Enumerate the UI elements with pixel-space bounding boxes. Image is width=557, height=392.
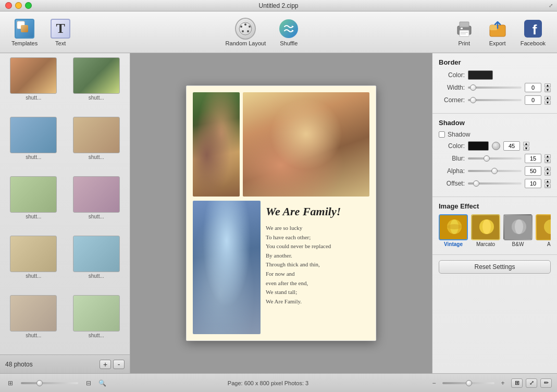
remove-photo-button[interactable]: - xyxy=(113,360,125,369)
card-photo-small[interactable] xyxy=(193,201,261,334)
list-item[interactable]: shutt... xyxy=(4,176,63,231)
shadow-opacity-value[interactable]: 45 xyxy=(503,141,520,151)
list-item[interactable]: shutt... xyxy=(67,117,126,172)
shadow-blur-thumb[interactable] xyxy=(484,155,490,162)
border-width-stepper[interactable]: ▲ ▼ xyxy=(544,83,551,92)
zoom-slider[interactable] xyxy=(442,382,494,384)
list-item[interactable]: shutt... xyxy=(4,236,63,291)
card-photo-right[interactable] xyxy=(243,92,369,197)
photo-thumbnail[interactable] xyxy=(73,295,120,332)
add-photo-button[interactable]: + xyxy=(100,360,111,369)
print-button[interactable]: Print xyxy=(448,16,481,48)
shadow-checkbox[interactable] xyxy=(439,131,445,138)
shadow-offset-value[interactable]: 10 xyxy=(525,179,541,188)
shadow-blur-slider[interactable] xyxy=(468,157,522,160)
strip-size-thumb[interactable] xyxy=(36,380,43,386)
shadow-checkbox-row[interactable]: Shadow xyxy=(439,131,551,138)
shadow-blur-stepper[interactable]: ▲ ▼ xyxy=(544,154,551,163)
effect-marcato[interactable]: Marcato xyxy=(471,214,500,247)
shadow-color-swatch[interactable] xyxy=(468,141,489,151)
maximize-button[interactable] xyxy=(25,2,32,9)
text-button[interactable]: T Text xyxy=(44,16,77,48)
effect-vintage-thumb[interactable] xyxy=(439,214,468,240)
poem-line-6: For now and xyxy=(266,271,295,277)
border-corner-value[interactable]: 0 xyxy=(525,95,541,105)
list-item[interactable]: shutt... xyxy=(67,176,126,231)
list-item[interactable]: shutt... xyxy=(67,236,126,291)
shadow-alpha-thumb[interactable] xyxy=(491,168,498,174)
border-corner-slider[interactable] xyxy=(468,99,522,101)
photo-thumbnail[interactable] xyxy=(73,117,120,153)
border-corner-up[interactable]: ▲ xyxy=(544,96,551,100)
shadow-alpha-down[interactable]: ▼ xyxy=(544,172,551,176)
effect-an-thumb[interactable] xyxy=(536,214,551,240)
minimize-button[interactable] xyxy=(15,2,22,9)
shadow-opacity-down[interactable]: ▼ xyxy=(523,146,529,151)
zoom-search-icon[interactable]: 🔍 xyxy=(97,378,107,388)
photo-thumbnail[interactable] xyxy=(10,295,57,332)
shadow-alpha-value[interactable]: 50 xyxy=(525,166,541,176)
shadow-opacity-stepper[interactable]: ▲ ▼ xyxy=(523,142,529,151)
zoom-plus-icon[interactable]: + xyxy=(498,378,508,388)
list-item[interactable]: shutt... xyxy=(67,295,126,350)
templates-button[interactable]: Templates xyxy=(5,16,44,48)
shadow-alpha-stepper[interactable]: ▲ ▼ xyxy=(544,167,551,176)
grid-small-icon[interactable]: ⊞ xyxy=(5,378,16,388)
shuffle-button[interactable]: Shuffle xyxy=(272,16,305,48)
effect-vintage[interactable]: Vintage xyxy=(439,214,468,247)
card-photo-left[interactable] xyxy=(193,92,240,197)
border-width-value[interactable]: 0 xyxy=(525,83,541,92)
zoom-minus-icon[interactable]: − xyxy=(429,378,439,388)
photo-thumbnail[interactable] xyxy=(10,57,57,94)
shadow-offset-up[interactable]: ▲ xyxy=(544,179,551,183)
photo-footer: 48 photos + - xyxy=(0,354,130,373)
shadow-blur-down[interactable]: ▼ xyxy=(544,159,551,163)
view-grid-button[interactable]: ⊞ xyxy=(511,378,523,388)
border-width-down[interactable]: ▼ xyxy=(544,88,551,92)
border-width-up[interactable]: ▲ xyxy=(544,83,551,88)
shadow-blur-value[interactable]: 15 xyxy=(525,154,541,163)
shadow-opacity-circle[interactable] xyxy=(492,142,500,150)
photo-thumbnail[interactable] xyxy=(73,57,120,94)
border-corner-stepper[interactable]: ▲ ▼ xyxy=(544,96,551,105)
shadow-opacity-up[interactable]: ▲ xyxy=(523,142,529,146)
list-item[interactable]: shutt... xyxy=(4,117,63,172)
random-layout-button[interactable]: Random Layout xyxy=(219,16,273,48)
shadow-blur-up[interactable]: ▲ xyxy=(544,154,551,158)
view-edit-button[interactable]: ✏ xyxy=(540,378,552,388)
shadow-offset-stepper[interactable]: ▲ ▼ xyxy=(544,179,551,188)
border-width-slider[interactable] xyxy=(468,87,522,89)
effect-marcato-thumb[interactable] xyxy=(471,214,500,240)
view-fullscreen-button[interactable]: ⤢ xyxy=(526,378,537,388)
border-corner-down[interactable]: ▼ xyxy=(544,101,551,105)
effect-bw-thumb[interactable] xyxy=(503,214,533,240)
shadow-alpha-slider[interactable] xyxy=(468,170,522,172)
photo-thumbnail[interactable] xyxy=(73,236,120,272)
strip-size-slider[interactable] xyxy=(21,382,78,384)
effect-bw[interactable]: B&W xyxy=(503,214,533,247)
border-color-swatch[interactable] xyxy=(468,70,493,80)
photo-thumbnail[interactable] xyxy=(10,117,57,153)
photo-thumbnail[interactable] xyxy=(10,176,57,213)
shadow-alpha-up[interactable]: ▲ xyxy=(544,167,551,171)
list-item[interactable]: shutt... xyxy=(4,57,63,113)
list-item[interactable]: shutt... xyxy=(67,57,126,113)
shadow-offset-down[interactable]: ▼ xyxy=(544,184,551,188)
close-button[interactable] xyxy=(5,2,12,9)
list-item[interactable]: shutt... xyxy=(4,295,63,350)
grid-large-icon[interactable]: ⊟ xyxy=(83,378,94,388)
photo-thumbnail[interactable] xyxy=(73,176,120,213)
zoom-thumb[interactable] xyxy=(466,380,472,386)
expand-icon[interactable]: ⤢ xyxy=(549,3,553,8)
facebook-button[interactable]: f Facebook xyxy=(514,16,552,48)
border-corner-thumb[interactable] xyxy=(470,97,476,103)
window-controls[interactable] xyxy=(5,2,32,9)
photo-thumbnail[interactable] xyxy=(10,236,57,272)
border-width-thumb[interactable] xyxy=(470,84,476,91)
shadow-offset-slider[interactable] xyxy=(468,182,522,185)
shadow-offset-thumb[interactable] xyxy=(473,180,479,187)
export-button[interactable]: Export xyxy=(481,16,514,48)
random-layout-icon xyxy=(235,18,256,39)
reset-settings-button[interactable]: Reset Settings xyxy=(439,260,551,274)
effect-an[interactable]: An xyxy=(536,214,551,247)
